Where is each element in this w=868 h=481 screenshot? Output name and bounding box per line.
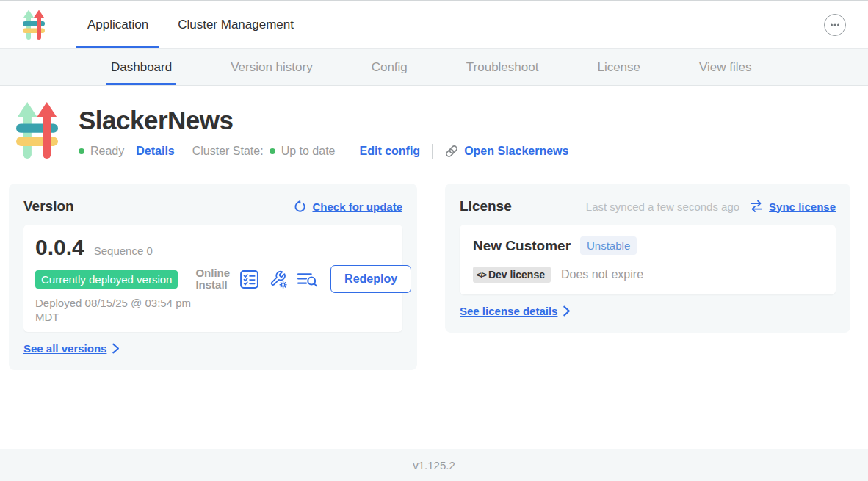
double-arrows-icon	[749, 200, 764, 213]
see-all-versions-label: See all versions	[23, 342, 106, 355]
checklist-icon	[239, 270, 259, 289]
nav-tab-cluster-management-label: Cluster Management	[178, 18, 294, 32]
deploy-logs-button[interactable]	[297, 270, 318, 289]
top-nav: Application Cluster Management	[0, 1, 868, 48]
tab-troubleshoot-label: Troubleshoot	[466, 60, 539, 75]
license-card-title: License	[460, 198, 512, 214]
edit-config-link[interactable]: Edit config	[359, 145, 420, 158]
console-footer: v1.125.2	[0, 449, 868, 481]
tab-config[interactable]: Config	[367, 49, 412, 85]
overflow-menu-button[interactable]	[824, 14, 846, 36]
refresh-icon	[293, 200, 307, 214]
current-version-panel: 0.0.4 Sequence 0 Currently deployed vers…	[23, 225, 402, 332]
tab-license-label: License	[597, 60, 640, 75]
cluster-state-label: Cluster State:	[192, 145, 264, 158]
tab-version-history[interactable]: Version history	[226, 49, 317, 85]
tab-license[interactable]: License	[593, 49, 645, 85]
open-app-link-label: Open Slackernews	[464, 145, 568, 158]
license-detail-panel: New Customer Unstable </> Dev license Do…	[460, 225, 836, 294]
redeploy-button[interactable]: Redeploy	[330, 265, 411, 293]
license-expiration: Does not expire	[561, 268, 643, 281]
lines-magnifier-icon	[297, 270, 318, 289]
tab-troubleshoot[interactable]: Troubleshoot	[462, 49, 543, 85]
version-number: 0.0.4	[35, 235, 84, 260]
chain-link-icon	[444, 144, 459, 159]
app-sub-nav: Dashboard Version history Config Trouble…	[0, 48, 868, 86]
nav-tab-cluster-management[interactable]: Cluster Management	[167, 1, 305, 48]
tab-view-files[interactable]: View files	[695, 49, 756, 85]
install-type-label: Online Install	[195, 267, 230, 292]
console-version: v1.125.2	[413, 459, 455, 471]
app-status-row: Ready Details Cluster State: Up to date …	[79, 144, 568, 159]
chevron-right-icon	[563, 305, 571, 317]
customer-name: New Customer	[473, 238, 571, 254]
nav-tab-application-label: Application	[87, 18, 148, 32]
cluster-state-dot	[270, 148, 275, 154]
page-title: SlackerNews	[79, 106, 568, 135]
last-synced-label: Last synced a few seconds ago	[586, 200, 739, 213]
cluster-state-value: Up to date	[281, 145, 336, 158]
preflight-checks-button[interactable]	[239, 270, 259, 289]
ellipsis-icon	[828, 18, 842, 32]
version-card: Version Check for update 0.0.4 Sequence …	[9, 184, 417, 370]
app-header: SlackerNews Ready Details Cluster State:…	[0, 86, 868, 163]
dashboard-cards: Version Check for update 0.0.4 Sequence …	[9, 184, 850, 370]
details-link[interactable]: Details	[136, 145, 174, 158]
version-card-title: Version	[23, 198, 74, 214]
license-type-label: Dev license	[488, 269, 545, 281]
license-card: License Last synced a few seconds ago Sy…	[445, 184, 850, 333]
sync-license-label: Sync license	[769, 200, 836, 213]
slackernews-logo-icon	[19, 8, 48, 42]
tab-config-label: Config	[372, 60, 408, 75]
sequence-label: Sequence 0	[94, 245, 153, 257]
wrench-gear-icon	[268, 270, 288, 289]
check-for-update-link[interactable]: Check for update	[293, 200, 402, 214]
tab-view-files-label: View files	[699, 60, 752, 75]
top-nav-tabs: Application Cluster Management	[76, 1, 312, 48]
code-icon: </>	[477, 270, 486, 279]
check-for-update-label: Check for update	[312, 200, 402, 213]
open-app-link[interactable]: Open Slackernews	[444, 144, 568, 159]
view-config-button[interactable]	[268, 270, 288, 289]
license-type-badge: </> Dev license	[473, 267, 551, 283]
divider	[347, 144, 347, 159]
divider	[432, 144, 433, 159]
install-type-line1: Online	[195, 267, 230, 279]
tab-dashboard[interactable]: Dashboard	[106, 49, 176, 85]
sync-license-link[interactable]: Sync license	[749, 200, 836, 213]
app-status-label: Ready	[90, 145, 124, 158]
app-logo-icon	[16, 98, 58, 163]
see-all-versions-link[interactable]: See all versions	[23, 342, 120, 355]
deployed-badge: Currently deployed version	[35, 270, 178, 289]
see-license-details-link[interactable]: See license details	[460, 305, 571, 317]
nav-tab-application[interactable]: Application	[76, 1, 159, 48]
deployed-timestamp: Deployed 08/15/25 @ 03:54 pm MDT	[35, 297, 193, 325]
tab-dashboard-label: Dashboard	[111, 60, 172, 75]
tab-version-history-label: Version history	[231, 60, 313, 75]
channel-badge: Unstable	[580, 236, 637, 255]
see-license-details-label: See license details	[460, 305, 557, 317]
brand-logo	[19, 1, 48, 48]
app-status-dot	[79, 148, 84, 154]
install-type-line2: Install	[195, 278, 227, 291]
chevron-right-icon	[112, 343, 120, 354]
